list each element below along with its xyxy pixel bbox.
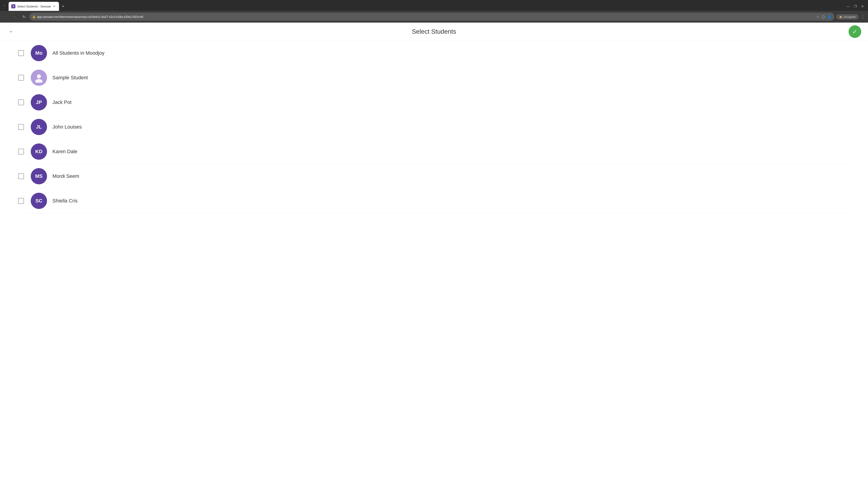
confirm-button[interactable]: ✓: [848, 25, 861, 38]
lock-icon: 🔒: [32, 15, 36, 19]
tab-close-button[interactable]: ✕: [52, 4, 56, 8]
browser-right-buttons: 🕵 Incognito ⋮: [836, 13, 866, 20]
profile-icon[interactable]: 👤: [827, 15, 832, 19]
student-name-jp: Jack Pot: [53, 99, 71, 105]
student-item-kd[interactable]: KDKaren Dale: [18, 139, 850, 164]
minimize-button[interactable]: —: [845, 4, 851, 9]
close-button[interactable]: ✕: [860, 4, 865, 9]
student-name-jl: John Louises: [53, 124, 82, 130]
student-name-kd: Karen Dale: [53, 149, 77, 155]
student-item-sc[interactable]: SCShiella Cris: [18, 189, 850, 213]
student-avatar-ms: MS: [31, 168, 47, 184]
bookmark-icon[interactable]: ☆: [816, 15, 819, 19]
tab-title: Select Students - Seesaw: [17, 5, 51, 8]
student-checkbox-kd[interactable]: [18, 149, 24, 155]
tab-bar: ⌃ S Select Students - Seesaw ✕ + — ❐ ✕: [0, 0, 868, 11]
student-name-sc: Shiella Cris: [53, 198, 78, 204]
back-button[interactable]: ←: [7, 27, 16, 36]
reload-button[interactable]: ↻: [20, 13, 28, 20]
student-avatar-jl: JL: [31, 119, 47, 135]
student-item-jp[interactable]: JPJack Pot: [18, 90, 850, 115]
back-button[interactable]: ←: [2, 13, 9, 20]
student-avatar-sc: SC: [31, 193, 47, 209]
extension-icon[interactable]: ⬡: [822, 15, 825, 19]
student-item-ms[interactable]: MSMordi Seem: [18, 164, 850, 189]
browser-chrome: ⌃ S Select Students - Seesaw ✕ + — ❐ ✕ ←…: [0, 0, 868, 23]
student-checkbox-all[interactable]: [18, 50, 24, 56]
maximize-button[interactable]: ❐: [852, 4, 858, 9]
tab-navigation: ⌃: [2, 4, 7, 9]
address-right-icons: ☆ ⬡ 👤: [816, 15, 832, 19]
student-item-all[interactable]: MoAll Students in Moodjoy: [18, 41, 850, 66]
address-bar[interactable]: 🔒 app.seesaw.me/#/item/new/class/class.e…: [29, 13, 834, 21]
incognito-button[interactable]: 🕵 Incognito: [836, 14, 859, 20]
window-controls: — ❐ ✕: [845, 4, 866, 9]
student-checkbox-ms[interactable]: [18, 173, 24, 179]
student-avatar-jp: JP: [31, 94, 47, 110]
student-avatar-sample: [31, 70, 47, 86]
app-header: ← Select Students ✓: [0, 23, 868, 41]
student-name-all: All Students in Moodjoy: [53, 50, 104, 56]
student-checkbox-sc[interactable]: [18, 198, 24, 204]
page-title: Select Students: [412, 28, 456, 35]
student-name-ms: Mordi Seem: [53, 173, 79, 179]
address-bar-row: ← → ↻ 🔒 app.seesaw.me/#/item/new/class/c…: [0, 11, 868, 23]
svg-point-1: [35, 79, 42, 83]
browser-menu-button[interactable]: ⋮: [860, 13, 866, 20]
forward-button[interactable]: →: [11, 13, 19, 20]
student-item-sample[interactable]: Sample Student: [18, 66, 850, 90]
student-item-jl[interactable]: JLJohn Louises: [18, 115, 850, 139]
student-checkbox-jp[interactable]: [18, 99, 24, 105]
student-list: MoAll Students in Moodjoy Sample Student…: [0, 41, 868, 213]
student-name-sample: Sample Student: [53, 75, 88, 80]
incognito-label: Incognito: [844, 15, 856, 19]
url-text: app.seesaw.me/#/item/new/class/class.e01…: [37, 15, 814, 19]
student-checkbox-jl[interactable]: [18, 124, 24, 130]
active-tab[interactable]: S Select Students - Seesaw ✕: [8, 2, 59, 11]
student-avatar-all: Mo: [31, 45, 47, 61]
student-checkbox-sample[interactable]: [18, 75, 24, 80]
new-tab-button[interactable]: +: [60, 3, 66, 9]
svg-point-0: [37, 74, 41, 78]
student-avatar-kd: KD: [31, 143, 47, 160]
incognito-icon: 🕵: [839, 15, 842, 19]
tab-arrow-left[interactable]: ⌃: [2, 4, 7, 9]
tab-favicon: S: [11, 4, 16, 8]
app-content: ← Select Students ✓ MoAll Students in Mo…: [0, 23, 868, 488]
